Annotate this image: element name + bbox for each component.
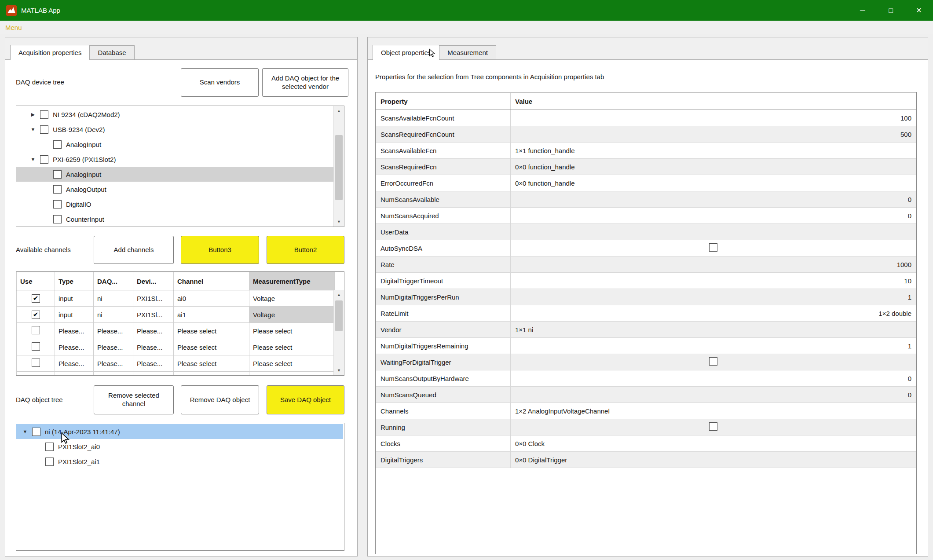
tab-acquisition-properties[interactable]: Acquisition properties [10, 45, 90, 60]
property-value[interactable]: 1 [511, 289, 916, 305]
use-cell[interactable] [17, 355, 55, 372]
table-cell[interactable]: Please select [174, 323, 249, 339]
column-header[interactable]: Use [17, 272, 55, 290]
column-header[interactable]: DAQ... [94, 272, 133, 290]
property-value[interactable] [511, 419, 916, 436]
table-cell[interactable]: Voltage [249, 290, 335, 307]
checkbox[interactable] [32, 342, 40, 351]
table-cell[interactable]: Please... [133, 355, 174, 372]
table-cell[interactable]: Please... [55, 323, 94, 339]
button3[interactable]: Button3 [181, 236, 259, 264]
column-header[interactable]: Value [511, 93, 916, 110]
tree-item[interactable]: PXI1Slot2_ai0 [16, 439, 343, 454]
menu-item[interactable]: Menu [5, 24, 22, 31]
tree-item[interactable]: AnalogInput [16, 137, 333, 152]
tree-item[interactable]: PXI1Slot2_ai1 [16, 454, 343, 469]
checkbox[interactable] [32, 326, 40, 334]
property-value[interactable]: 0 [511, 208, 916, 224]
table-cell[interactable]: ni [94, 290, 133, 307]
channels-table-scrollbar[interactable]: ▲ ▼ [333, 290, 344, 375]
column-header[interactable]: MeasurementType [249, 272, 335, 290]
table-cell[interactable]: Please... [94, 323, 133, 339]
column-header[interactable]: Type [55, 272, 94, 290]
table-cell[interactable]: Please select [249, 339, 335, 355]
property-value[interactable]: 1×2 double [511, 305, 916, 322]
property-value[interactable]: 500 [511, 126, 916, 143]
table-cell[interactable]: Please... [133, 372, 174, 376]
table-cell[interactable]: Please... [55, 355, 94, 372]
scroll-down-icon[interactable]: ▼ [334, 366, 344, 375]
table-cell[interactable]: Please... [133, 323, 174, 339]
scan-vendors-button[interactable]: Scan vendors [181, 68, 259, 97]
checkbox[interactable] [32, 428, 40, 436]
use-cell[interactable]: ✔ [17, 307, 55, 323]
checkbox[interactable] [45, 458, 54, 466]
scrollbar-thumb[interactable] [335, 300, 343, 331]
minimize-button[interactable]: ─ [849, 0, 877, 21]
tree-item[interactable]: ▼PXI-6259 (PXI1Slot2) [16, 152, 333, 167]
column-header[interactable]: Property [376, 93, 511, 110]
table-cell[interactable]: Please... [55, 372, 94, 376]
property-value[interactable]: 0×0 function_handle [511, 159, 916, 175]
column-header[interactable]: Devi... [133, 272, 174, 290]
add-channels-button[interactable]: Add channels [94, 236, 174, 264]
property-value[interactable] [511, 224, 916, 240]
expand-icon[interactable]: ▶ [29, 112, 37, 117]
property-value[interactable]: 1 [511, 338, 916, 354]
property-value[interactable]: 10 [511, 273, 916, 289]
table-cell[interactable]: Please select [174, 372, 249, 376]
table-cell[interactable]: Please... [133, 339, 174, 355]
table-cell[interactable]: Please... [94, 372, 133, 376]
tree-item[interactable]: AnalogInput [16, 167, 333, 182]
checkbox[interactable] [32, 359, 40, 367]
property-value[interactable] [511, 354, 916, 370]
tree-item[interactable]: AnalogOutput [16, 182, 333, 197]
tree-item[interactable]: CounterInput [16, 212, 333, 227]
table-cell[interactable]: Please... [94, 339, 133, 355]
property-value[interactable]: 1×2 AnalogInputVoltageChannel [511, 403, 916, 419]
tree-item[interactable]: ▶NI 9234 (cDAQ2Mod2) [16, 107, 333, 122]
property-value[interactable]: 0×0 function_handle [511, 175, 916, 191]
property-value[interactable]: 0×0 DigitalTrigger [511, 452, 916, 468]
tab-object-properties[interactable]: Object properties [373, 45, 439, 60]
device-tree-scrollbar[interactable]: ▲ ▼ [333, 106, 344, 227]
table-cell[interactable]: input [55, 307, 94, 323]
tab-measurement[interactable]: Measurement [439, 45, 496, 60]
collapse-icon[interactable]: ▼ [29, 157, 37, 162]
scroll-up-icon[interactable]: ▲ [334, 290, 344, 300]
table-cell[interactable]: PXI1Sl... [133, 290, 174, 307]
property-value[interactable]: 1×1 ni [511, 322, 916, 338]
table-cell[interactable]: ai1 [174, 307, 249, 323]
table-cell[interactable]: Please select [174, 355, 249, 372]
property-value[interactable]: 0 [511, 191, 916, 208]
scrollbar-thumb[interactable] [335, 135, 343, 200]
property-value[interactable]: 0×0 Clock [511, 436, 916, 452]
collapse-icon[interactable]: ▼ [29, 127, 37, 132]
tree-item[interactable]: ▼ni (14-Apr-2023 11:41:47) [16, 424, 343, 439]
tab-database[interactable]: Database [90, 45, 134, 60]
table-cell[interactable]: input [55, 290, 94, 307]
table-cell[interactable]: Please select [174, 339, 249, 355]
table-cell[interactable]: Voltage [249, 307, 335, 323]
tree-item[interactable]: DigitalIO [16, 197, 333, 212]
table-cell[interactable]: Please select [249, 355, 335, 372]
property-value[interactable]: 0 [511, 387, 916, 403]
checkbox[interactable]: ✔ [32, 311, 40, 319]
checkbox[interactable] [32, 375, 40, 376]
property-value[interactable] [511, 240, 916, 256]
table-cell[interactable]: PXI1Sl... [133, 307, 174, 323]
checkbox[interactable]: ✔ [32, 294, 40, 303]
table-cell[interactable]: ai0 [174, 290, 249, 307]
collapse-icon[interactable]: ▼ [22, 429, 29, 434]
remove-selected-channel-button[interactable]: Remove selected channel [94, 385, 174, 414]
table-cell[interactable]: Please... [55, 339, 94, 355]
table-cell[interactable]: Please... [94, 355, 133, 372]
use-cell[interactable]: ✔ [17, 290, 55, 307]
table-cell[interactable]: Please select [249, 323, 335, 339]
checkbox[interactable] [709, 422, 717, 431]
use-cell[interactable] [17, 372, 55, 376]
checkbox[interactable] [53, 215, 62, 223]
column-header[interactable]: Channel [174, 272, 249, 290]
checkbox[interactable] [40, 155, 48, 164]
property-value[interactable]: 1000 [511, 256, 916, 273]
